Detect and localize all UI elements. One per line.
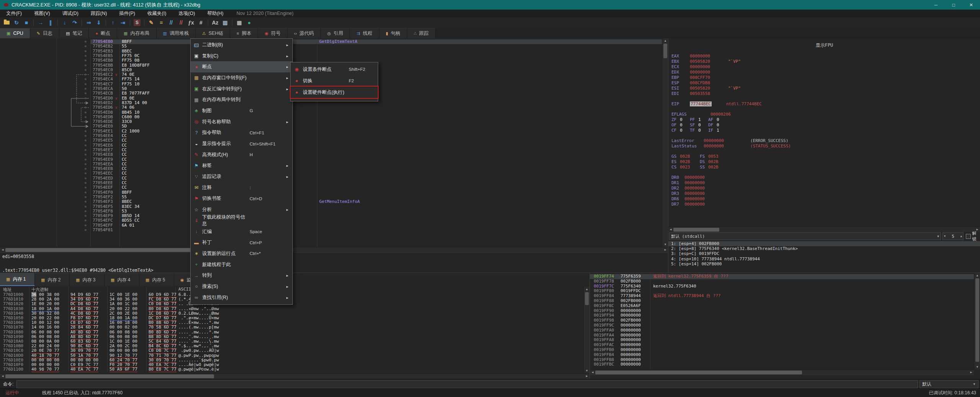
menu-item-follow-in-disasm[interactable]: ▣在反汇编中转到(F)▸ bbox=[191, 83, 292, 95]
menu-item-7[interactable]: 帮助(H) bbox=[201, 10, 229, 17]
dump-tab-3[interactable]: ▦内存 3 bbox=[70, 273, 105, 286]
breakpoint-dot-icon[interactable]: ● bbox=[85, 171, 87, 176]
disassembly-row[interactable]: ●77054EE8CC bbox=[0, 152, 668, 157]
menu-item-highlighting-mode[interactable]: ✎高亮模式(H)H bbox=[191, 149, 292, 160]
font-icon[interactable]: Aᴢ bbox=[210, 18, 220, 27]
close-button[interactable]: ✕ bbox=[962, 0, 980, 10]
register-row-EBP[interactable]: EBP008CFF70 bbox=[671, 75, 728, 80]
breakpoint-dot-icon[interactable]: ● bbox=[85, 91, 87, 96]
tab-CPU[interactable]: ▣CPU bbox=[0, 28, 30, 38]
debug-register-row[interactable]: DR000000000 bbox=[671, 175, 705, 180]
show-fpu-button[interactable]: 显示FPU bbox=[668, 42, 980, 49]
segment-row[interactable]: CS0023SS002B bbox=[671, 165, 728, 170]
flags-row[interactable]: ZF0PF1AF0 bbox=[671, 117, 727, 122]
debug-register-row[interactable]: DR100000000 bbox=[671, 180, 705, 185]
step-into-source-icon[interactable]: ⇓ bbox=[94, 18, 104, 27]
breakpoint-dot-icon[interactable]: ● bbox=[85, 96, 87, 101]
disassembly-row[interactable]: ●77054EE9CC bbox=[0, 157, 668, 162]
menu-item-show-mnemonic-brief[interactable]: ◒显示指令提示Ctrl+Shift+F1 bbox=[191, 138, 292, 149]
mnemonic-help-icon[interactable]: ▥ bbox=[220, 18, 230, 27]
argument-row[interactable]: 4: [esp+10] 77738944 ntdll.77738944 bbox=[668, 256, 980, 261]
argument-row[interactable]: 3: [esp+C] 0019FFDC bbox=[668, 251, 980, 256]
favourites-icon[interactable]: // bbox=[166, 18, 176, 27]
menu-item-2[interactable]: 调试(D) bbox=[56, 10, 85, 17]
menu-item-follow-in-memory-map[interactable]: ▦在内存布局中转到 bbox=[191, 94, 292, 105]
menu-item-create-thread-here[interactable]: +新建线程于此 bbox=[191, 259, 292, 270]
breakpoint-dot-icon[interactable]: ● bbox=[85, 228, 87, 232]
language-icon[interactable]: ● bbox=[244, 18, 254, 27]
disassembly-row[interactable]: ●77054EECCC bbox=[0, 171, 668, 176]
breakpoint-dot-icon[interactable]: ● bbox=[85, 218, 87, 223]
register-row-ECX[interactable]: ECX00000000 bbox=[671, 64, 728, 69]
disassembly-row[interactable]: ●77054F01 bbox=[0, 228, 668, 232]
breakpoint-dot-icon[interactable]: ● bbox=[85, 129, 87, 134]
register-row-EDX[interactable]: EDX00000000 bbox=[671, 70, 728, 75]
breakpoint-dot-icon[interactable]: ● bbox=[85, 138, 87, 143]
step-out-icon[interactable]: ↑ bbox=[108, 18, 118, 27]
tab-笔记[interactable]: ▤笔记 bbox=[59, 28, 89, 38]
menu-item-trace-record[interactable]: ∵追踪记录▸ bbox=[191, 171, 292, 182]
tab-内存布局[interactable]: ▦内存布局 bbox=[117, 28, 156, 38]
breakpoint-dot-icon[interactable]: ● bbox=[85, 54, 87, 58]
command-profile-combo[interactable]: 默认 ▼ bbox=[920, 380, 978, 388]
segment-row[interactable]: ES002BDS002B bbox=[671, 159, 728, 164]
tab-句柄[interactable]: ▮句柄 bbox=[379, 28, 407, 38]
menu-item-5[interactable]: 收藏夹(I) bbox=[141, 10, 172, 17]
breakpoint-dot-icon[interactable]: ● bbox=[85, 162, 87, 167]
stack-row[interactable]: 0019FFAC00000000 bbox=[590, 343, 974, 348]
stack-row[interactable]: 0019FF9400000000 bbox=[590, 313, 974, 318]
menu-item-binary[interactable]: 01二进制(B)▸ bbox=[191, 39, 292, 51]
disassembly-row[interactable]: ●77054EEFCC bbox=[0, 185, 668, 190]
comments-icon[interactable]: ≡ bbox=[156, 18, 166, 27]
argument-count-spinner[interactable]: ▼ 5 ▲ bbox=[942, 232, 964, 240]
breakpoint-dot-icon[interactable]: ● bbox=[85, 87, 87, 91]
debug-register-row[interactable]: DR200000000 bbox=[671, 186, 705, 191]
tab-日志[interactable]: ✎日志 bbox=[30, 28, 59, 38]
debug-register-row[interactable]: DR600000000 bbox=[671, 196, 705, 201]
menu-item-set-hardware-breakpoint-execute[interactable]: ●设置硬件断点(执行) bbox=[291, 87, 378, 98]
tab-源代码[interactable]: ‹›源代码 bbox=[287, 28, 321, 38]
menu-item-search[interactable]: ○搜索(S)▸ bbox=[191, 281, 292, 292]
dump-row[interactable]: 776D10D040 18 70 7750 1A 70 7790 12 70 7… bbox=[0, 353, 582, 358]
breakpoint-dot-icon[interactable]: ● bbox=[85, 143, 87, 148]
stack-row[interactable]: 0019FFBC00000000 bbox=[590, 362, 974, 367]
menu-item-set-new-origin[interactable]: ∗设置新的运行点Ctrl+* bbox=[191, 248, 292, 259]
run-to-user-code-icon[interactable]: ⇥ bbox=[118, 18, 128, 27]
open-file-icon[interactable] bbox=[2, 18, 11, 27]
patch-icon[interactable]: ✎ bbox=[146, 18, 156, 27]
breakpoint-dot-icon[interactable]: ● bbox=[85, 185, 87, 190]
dump-row[interactable]: 776D108006 00 08 00A0 8D 6D 7706 00 08 0… bbox=[0, 330, 582, 335]
breakpoint-dot-icon[interactable]: ● bbox=[85, 152, 87, 157]
dump-vscrollbar[interactable]: ▲ ▼ bbox=[583, 287, 590, 373]
stack-vscrollbar[interactable]: ▲ ▼ bbox=[974, 273, 980, 369]
checkbox-icon[interactable] bbox=[966, 234, 971, 239]
menu-item-3[interactable]: 跟踪(N) bbox=[85, 10, 113, 17]
breakpoint-dot-icon[interactable]: ● bbox=[85, 195, 87, 199]
tab-跟踪[interactable]: ∴跟踪 bbox=[407, 28, 436, 38]
stack-row[interactable]: 0019FF98002FB000 bbox=[590, 318, 974, 323]
stack-row[interactable]: 0019FFB400000000 bbox=[590, 353, 974, 358]
restart-icon[interactable]: ↻ bbox=[11, 18, 21, 27]
tab-符号[interactable]: ◉符号 bbox=[258, 28, 287, 38]
menu-item-assemble[interactable]: ↓汇编Space bbox=[191, 226, 292, 237]
debug-register-row[interactable]: DR300000000 bbox=[671, 191, 705, 196]
menu-item-breakpoint[interactable]: ●断点▸ bbox=[191, 61, 292, 72]
disassembly-row[interactable]: ●77054EF583EC 34 bbox=[0, 204, 668, 209]
breakpoint-dot-icon[interactable]: ● bbox=[85, 77, 87, 82]
calling-convention-combo[interactable]: 默认 (stdcall) ▼ bbox=[669, 232, 941, 240]
menu-item-0[interactable]: 文件(F) bbox=[0, 10, 28, 17]
breakpoint-dot-icon[interactable]: ● bbox=[85, 101, 87, 105]
dump-tab-2[interactable]: ▦内存 2 bbox=[35, 273, 70, 286]
disassembly-row[interactable]: ●77054EB255 bbox=[0, 44, 668, 49]
stack-row[interactable]: 0019FFA000000000 bbox=[590, 328, 974, 333]
dump-row[interactable]: 776D110040 98 70 7740 EA 7C 7750 A9 6F 7… bbox=[0, 367, 582, 372]
menu-item-instruction-help[interactable]: ?指令帮助Ctrl+F1 bbox=[191, 127, 292, 139]
breakpoint-dot-icon[interactable]: ● bbox=[85, 214, 87, 218]
stack-row[interactable]: 0019FF9000000000 bbox=[590, 309, 974, 314]
breakpoint-dot-icon[interactable]: ● bbox=[85, 105, 87, 110]
execute-till-return-icon[interactable]: ⇒ bbox=[84, 18, 94, 27]
spinner-up-icon[interactable]: ▲ bbox=[960, 235, 962, 238]
breakpoint-dot-icon[interactable]: ● bbox=[85, 134, 87, 138]
last-error-row[interactable]: LastError00000000(ERROR_SUCCESS) bbox=[671, 138, 788, 143]
register-row-EAX[interactable]: EAX00000000 bbox=[671, 54, 728, 59]
